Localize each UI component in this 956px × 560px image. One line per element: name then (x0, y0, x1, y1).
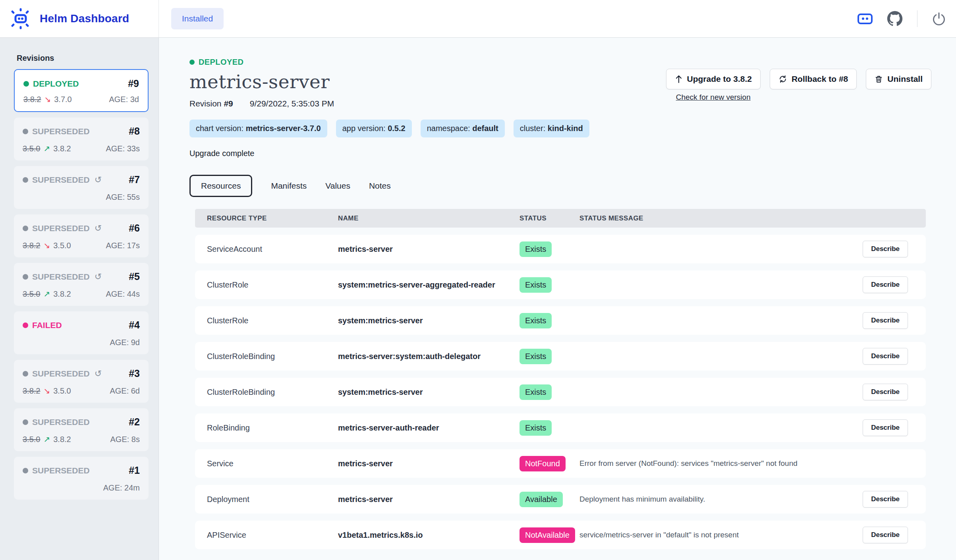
describe-button[interactable]: Describe (863, 491, 908, 508)
release-badge: namespace: default (421, 120, 505, 137)
cell-resource-type: APIService (195, 531, 326, 540)
resources-table: RESOURCE TYPE NAME STATUS STATUS MESSAGE… (195, 209, 926, 549)
github-icon[interactable] (887, 11, 903, 27)
cell-resource-type: ServiceAccount (195, 245, 326, 254)
tab-resources[interactable]: Resources (189, 175, 252, 197)
revision-version-change: 3.8.2 ↘ 3.5.0 (23, 241, 71, 250)
describe-button[interactable]: Describe (863, 241, 908, 257)
status-dot (189, 60, 195, 65)
old-version: 3.5.0 (23, 435, 40, 444)
describe-button[interactable]: Describe (863, 348, 908, 365)
table-row: ClusterRole system:metrics-server-aggreg… (195, 270, 926, 299)
revision-age: AGE: 24m (103, 483, 140, 492)
revision-card[interactable]: SUPERSEDED ↺ #5 3.5.0 ↗ 3.8.2 AGE: 44s (14, 263, 149, 306)
version-direction-icon: ↘ (44, 95, 51, 104)
version-direction-icon: ↗ (43, 144, 50, 153)
revision-version-change: 3.5.0 ↗ 3.8.2 (23, 434, 71, 444)
rollback-arrow-icon: ↺ (95, 223, 102, 234)
nav-tab-installed[interactable]: Installed (171, 8, 224, 29)
revision-version-change: 3.5.0 ↗ 3.8.2 (23, 144, 71, 153)
table-row: ClusterRole system:metrics-server Exists… (195, 306, 926, 335)
describe-button[interactable]: Describe (863, 276, 908, 293)
cell-resource-type: Service (195, 459, 326, 468)
revision-age: AGE: 17s (106, 241, 140, 250)
describe-button[interactable]: Describe (863, 419, 908, 436)
topbar-divider (917, 10, 917, 27)
cell-status: Exists (508, 277, 568, 293)
describe-button[interactable]: Describe (863, 312, 908, 329)
revision-status-label: FAILED (32, 321, 62, 330)
revision-age: AGE: 55s (106, 193, 140, 202)
release-actions: Upgrade to 3.8.2 Check for new version R… (666, 69, 931, 102)
release-status: DEPLOYED (189, 58, 931, 67)
old-version: 3.5.0 (23, 144, 40, 153)
tab-manifests[interactable]: Manifests (271, 176, 307, 196)
revision-number: #1 (129, 465, 140, 476)
tab-notes[interactable]: Notes (369, 176, 391, 196)
revision-card[interactable]: SUPERSEDED ↺ #8 3.5.0 ↗ 3.8.2 AGE: 33s (14, 118, 149, 160)
upgrade-button[interactable]: Upgrade to 3.8.2 (666, 69, 761, 89)
revision-version-change: 3.8.2 ↘ 3.5.0 (23, 386, 71, 396)
rollback-arrow-icon: ↺ (95, 369, 102, 379)
cell-name: metrics-server (326, 245, 508, 254)
revision-card[interactable]: SUPERSEDED ↺ #3 3.8.2 ↘ 3.5.0 AGE: 6d (14, 360, 149, 403)
release-detail: DEPLOYED metrics-server Revision #9 9/29… (159, 38, 956, 560)
describe-button[interactable]: Describe (863, 527, 908, 543)
cell-resource-type: ClusterRole (195, 316, 326, 325)
check-new-version-link[interactable]: Check for new version (676, 93, 751, 102)
uninstall-button[interactable]: Uninstall (866, 69, 931, 89)
power-icon[interactable] (932, 12, 946, 26)
revision-status-dot (23, 81, 29, 87)
revision-status-label: DEPLOYED (33, 79, 79, 89)
revision-status-dot (23, 468, 28, 473)
revision-status-dot (23, 129, 28, 134)
revision-card[interactable]: SUPERSEDED ↺ #6 3.8.2 ↘ 3.5.0 AGE: 17s (14, 214, 149, 257)
revision-age: AGE: 33s (106, 144, 140, 153)
resources-table-body: ServiceAccount metrics-server Exists Des… (195, 235, 926, 549)
revision-card[interactable]: DEPLOYED ↺ #9 3.8.2 ↘ 3.7.0 AGE: 3d (14, 69, 149, 112)
cell-name: system:metrics-server-aggregated-reader (326, 280, 508, 290)
revision-card[interactable]: FAILED ↺ #4 AGE: 9d (14, 311, 149, 354)
revision-status-dot (23, 371, 28, 377)
rollback-button[interactable]: Rollback to #8 (770, 69, 857, 89)
revision-label: Revision #9 (189, 99, 233, 108)
bot-icon[interactable] (858, 14, 873, 24)
revision-status-dot (23, 322, 28, 328)
tab-values[interactable]: Values (325, 176, 350, 196)
revision-age: AGE: 44s (106, 290, 140, 299)
table-row: Deployment metrics-server Available Depl… (195, 485, 926, 514)
cell-name: metrics-server-auth-reader (326, 423, 508, 433)
col-status: STATUS (508, 214, 568, 222)
new-version: 3.5.0 (53, 241, 71, 250)
old-version: 3.5.0 (23, 290, 40, 299)
revision-status-label: SUPERSEDED (32, 224, 90, 233)
version-direction-icon: ↘ (43, 241, 50, 250)
revision-card[interactable]: SUPERSEDED ↺ #2 3.5.0 ↗ 3.8.2 AGE: 8s (14, 408, 149, 451)
helm-dashboard-logo-icon (9, 7, 32, 31)
revisions-list: DEPLOYED ↺ #9 3.8.2 ↘ 3.7.0 AGE: 3d SUPE… (14, 69, 149, 500)
release-status-label: DEPLOYED (199, 58, 243, 67)
revision-number: #7 (129, 174, 140, 185)
status-badge: Exists (520, 241, 552, 257)
status-badge: Exists (520, 384, 552, 400)
release-date: 9/29/2022, 5:35:03 PM (250, 99, 334, 108)
revision-card[interactable]: SUPERSEDED ↺ #1 AGE: 24m (14, 457, 149, 500)
cell-resource-type: RoleBinding (195, 423, 326, 433)
release-badge: cluster: kind-kind (514, 120, 589, 137)
revision-status-label: SUPERSEDED (32, 466, 90, 475)
release-badges: chart version: metrics-server-3.7.0 app … (189, 120, 931, 137)
version-direction-icon: ↘ (43, 386, 50, 396)
col-status-message: STATUS MESSAGE (568, 214, 844, 222)
rollback-icon (778, 75, 787, 83)
revision-card[interactable]: SUPERSEDED ↺ #7 AGE: 55s (14, 166, 149, 209)
status-badge: Exists (520, 313, 552, 328)
revision-number: #6 (129, 222, 140, 234)
cell-status: NotFound (508, 456, 568, 471)
cell-status: NotAvailable (508, 527, 568, 543)
new-version: 3.8.2 (53, 290, 71, 299)
describe-button[interactable]: Describe (863, 384, 908, 400)
revision-number: #3 (129, 368, 140, 379)
revision-age: AGE: 6d (110, 386, 140, 396)
revision-status-label: SUPERSEDED (32, 175, 90, 185)
table-row: Service metrics-server NotFound Error fr… (195, 449, 926, 478)
